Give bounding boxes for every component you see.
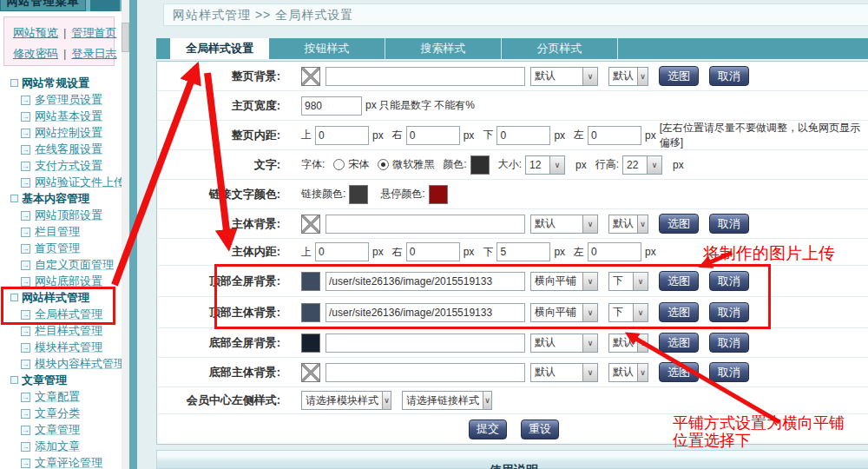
sidebar-item-module-style[interactable]: →模块样式管理 bbox=[0, 339, 122, 355]
sidebar-item-custom-page[interactable]: →自定义页面管理 bbox=[0, 256, 122, 273]
reset-button[interactable]: 重设 bbox=[521, 419, 559, 439]
sidebar-item-site-header[interactable]: →网站顶部设置 bbox=[0, 207, 122, 223]
dropdown-arrow-icon bbox=[633, 273, 648, 290]
select-image-button[interactable]: 选图 bbox=[659, 333, 699, 353]
padding-bottom-input[interactable] bbox=[496, 126, 550, 145]
sidebar-group-basic-content[interactable]: 基本内容管理 bbox=[0, 190, 122, 207]
sidebar-item-column-manage[interactable]: →栏目管理 bbox=[0, 223, 122, 240]
padding-top-input[interactable] bbox=[315, 126, 369, 145]
cancel-button[interactable]: 取消 bbox=[709, 214, 749, 234]
select-image-button[interactable]: 选图 bbox=[659, 214, 699, 234]
cancel-button[interactable]: 取消 bbox=[709, 333, 749, 353]
link-change-password[interactable]: 修改密码 bbox=[13, 47, 58, 60]
cancel-button[interactable]: 取消 bbox=[709, 271, 749, 291]
tab-search-style[interactable]: 搜索样式 bbox=[385, 38, 502, 59]
form-row-bottom-fullscreen-bg: 底部全屏背景: 默认 默认 选图 取消 bbox=[157, 328, 868, 358]
transparent-color-swatch[interactable] bbox=[301, 67, 320, 86]
tile-mode-select[interactable]: 默认 bbox=[530, 67, 598, 86]
transparent-color-swatch[interactable] bbox=[301, 215, 320, 234]
sidebar-item-module-content-style[interactable]: →模块内容样式管理 bbox=[0, 355, 122, 372]
sidebar-item-site-footer[interactable]: →网站底部设置 bbox=[0, 273, 122, 289]
top-body-bg-color-swatch[interactable] bbox=[301, 303, 320, 322]
sidebar-item-home-manage[interactable]: →首页管理 bbox=[0, 240, 122, 256]
tab-button-style[interactable]: 按钮样式 bbox=[269, 38, 385, 59]
bottom-body-bg-input[interactable] bbox=[326, 363, 525, 382]
sidebar-item-online-service[interactable]: →在线客服设置 bbox=[0, 141, 122, 157]
tile-mode-select[interactable]: 默认 bbox=[530, 215, 598, 234]
body-padding-right-input[interactable] bbox=[406, 242, 460, 261]
cancel-button[interactable]: 取消 bbox=[709, 66, 749, 86]
link-admin-home[interactable]: 管理首页 bbox=[71, 26, 116, 39]
sidebar-item-article-comment[interactable]: →文章评论管理 bbox=[0, 454, 122, 469]
sidebar-group-site-general[interactable]: 网站常规设置 bbox=[0, 75, 122, 91]
tab-global-style-settings[interactable]: 全局样式设置 bbox=[170, 38, 269, 59]
position-select[interactable]: 默认 bbox=[608, 334, 648, 353]
sidebar-group-site-style[interactable]: 网站样式管理 bbox=[0, 289, 122, 306]
sidebar-item-site-control[interactable]: →网站控制设置 bbox=[0, 124, 122, 141]
tile-mode-select[interactable]: 横向平铺 bbox=[530, 303, 598, 322]
body-padding-left-input[interactable] bbox=[588, 242, 641, 261]
sidebar-item-site-verify-upload[interactable]: →网站验证文件上传 bbox=[0, 174, 122, 190]
text-color-swatch[interactable] bbox=[470, 155, 490, 175]
position-select[interactable]: 默认 bbox=[608, 67, 648, 86]
position-select[interactable]: 默认 bbox=[608, 363, 648, 382]
dropdown-arrow-icon bbox=[382, 392, 391, 409]
bottom-full-bg-color-swatch[interactable] bbox=[301, 334, 320, 353]
padding-right-input[interactable] bbox=[406, 126, 460, 145]
padding-left-input[interactable] bbox=[588, 126, 641, 145]
sidebar-item-article-manage[interactable]: →文章管理 bbox=[0, 421, 122, 438]
select-image-button[interactable]: 选图 bbox=[659, 362, 699, 382]
body-padding-bottom-input[interactable] bbox=[496, 242, 550, 261]
position-select[interactable]: 下 bbox=[608, 303, 648, 322]
transparent-color-swatch[interactable] bbox=[301, 363, 320, 382]
sidebar-item-site-basic[interactable]: →网站基本设置 bbox=[0, 108, 122, 124]
sidebar-item-article-category[interactable]: →文章分类 bbox=[0, 405, 122, 421]
sidebar-item-article-config[interactable]: →文章配置 bbox=[0, 388, 122, 405]
select-image-button[interactable]: 选图 bbox=[659, 302, 699, 322]
position-select[interactable]: 下 bbox=[608, 272, 648, 291]
sidebar-item-article-add[interactable]: →添加文章 bbox=[0, 438, 122, 454]
body-bg-input[interactable] bbox=[326, 215, 525, 234]
cancel-button[interactable]: 取消 bbox=[709, 362, 749, 382]
cancel-button[interactable]: 取消 bbox=[709, 302, 749, 322]
field-label: 整页内距: bbox=[157, 128, 280, 143]
link-style-select[interactable]: 请选择链接样式 bbox=[402, 391, 492, 410]
dropdown-arrow-icon bbox=[637, 68, 648, 85]
dropdown-arrow-icon bbox=[582, 273, 597, 290]
sidebar-scrollbar[interactable] bbox=[122, 0, 129, 469]
hover-color-swatch[interactable] bbox=[429, 185, 448, 204]
top-full-bg-input[interactable] bbox=[326, 272, 525, 291]
link-color-swatch[interactable] bbox=[349, 185, 368, 204]
sidebar-item-multi-admin[interactable]: →多管理员设置 bbox=[0, 91, 122, 108]
form-row-page-padding: 整页内距: 上px 右px 下px 左px [左右位置请尽量不要做调整，以免网页… bbox=[157, 121, 868, 150]
sidebar-group-article[interactable]: 文章管理 bbox=[0, 372, 122, 388]
form-row-body-bg: 主体背景: 默认 默认 选图 取消 bbox=[157, 209, 868, 239]
tile-mode-select[interactable]: 横向平铺 bbox=[530, 272, 598, 291]
body-padding-top-input[interactable] bbox=[315, 242, 369, 261]
select-image-button[interactable]: 选图 bbox=[659, 271, 699, 291]
page-bg-input[interactable] bbox=[326, 67, 525, 86]
font-size-select[interactable]: 12 bbox=[525, 155, 565, 175]
link-site-preview[interactable]: 网站预览 bbox=[13, 26, 58, 39]
sidebar-item-column-style[interactable]: →栏目样式管理 bbox=[0, 322, 122, 339]
sidebar-item-payment[interactable]: →支付方式设置 bbox=[0, 157, 122, 174]
sidebar-scrollbar-thumb[interactable] bbox=[122, 23, 129, 52]
top-full-bg-color-swatch[interactable] bbox=[301, 272, 320, 291]
submit-button[interactable]: 提交 bbox=[469, 419, 507, 439]
page-width-input[interactable] bbox=[301, 96, 362, 116]
form-row-body-padding: 主体内距: 上px 右px 下px 左px bbox=[157, 239, 868, 266]
line-height-select[interactable]: 22 bbox=[622, 155, 662, 175]
sidebar-item-global-style[interactable]: →全局样式管理 bbox=[0, 306, 122, 322]
module-style-select[interactable]: 请选择模块样式 bbox=[301, 391, 391, 410]
radio-microsoft-yahei[interactable] bbox=[378, 159, 389, 170]
position-select[interactable]: 默认 bbox=[608, 215, 648, 234]
separator: | bbox=[63, 26, 66, 39]
select-image-button[interactable]: 选图 bbox=[659, 66, 699, 86]
link-login-log[interactable]: 登录日志 bbox=[71, 47, 116, 60]
top-body-bg-input[interactable] bbox=[326, 303, 525, 322]
tab-pagination-style[interactable]: 分页样式 bbox=[502, 38, 618, 59]
bottom-full-bg-input[interactable] bbox=[326, 334, 525, 353]
radio-songti[interactable] bbox=[333, 159, 345, 170]
tile-mode-select[interactable]: 默认 bbox=[530, 334, 598, 353]
tile-mode-select[interactable]: 默认 bbox=[530, 363, 598, 382]
